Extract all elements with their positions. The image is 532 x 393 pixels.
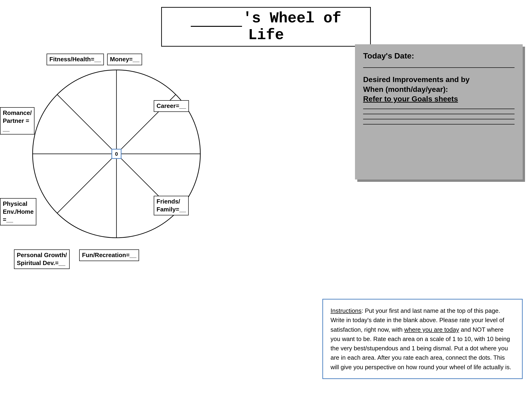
page-title: 's Wheel of Life (171, 10, 361, 44)
instructions-label: Instructions (330, 307, 362, 314)
label-friends-family: Friends/ Family=__ (154, 196, 189, 215)
improvement-line-3 (363, 119, 515, 119)
title-suffix: 's Wheel of Life (243, 10, 341, 44)
wheel-area: 0 Fitness/Health=__ Money=__ Career=__ F… (14, 47, 224, 256)
fun-recreation-text: Fun/Recreation=__ (82, 251, 136, 259)
where-today-text: where you are today (404, 326, 459, 333)
instructions-box: Instructions: Put your first and last na… (322, 299, 523, 379)
friends-family-text: Friends/ Family=__ (156, 198, 186, 213)
instructions-text: Instructions: Put your first and last na… (330, 306, 515, 372)
gray-lines-area (363, 109, 515, 124)
label-money: Money=__ (107, 54, 142, 65)
date-line (363, 67, 515, 68)
label-career: Career=__ (154, 100, 189, 112)
center-value: 0 (115, 151, 118, 157)
fitness-health-text: Fitness/Health=__ (49, 56, 101, 63)
career-text: Career=__ (156, 102, 186, 109)
personal-growth-text: Personal Growth/ Spiritual Dev.=__ (17, 251, 67, 266)
todays-date-label: Today's Date: (363, 51, 515, 60)
label-romance: Romance/ Partner = __ (0, 107, 34, 134)
improvement-line-1 (363, 109, 515, 109)
label-fun-recreation: Fun/Recreation=__ (79, 249, 139, 261)
romance-text: Romance/ Partner = __ (3, 109, 32, 132)
label-personal-growth: Personal Growth/ Spiritual Dev.=__ (14, 249, 70, 269)
physical-env-text: Physical Env./Home =__ (3, 200, 34, 223)
improvement-line-2 (363, 114, 515, 114)
improvement-line-4 (363, 124, 515, 124)
name-underline (191, 26, 242, 27)
desired-improvements-label: Desired Improvements and byWhen (month/d… (363, 75, 515, 104)
label-fitness-health: Fitness/Health=__ (47, 54, 104, 65)
wheel-svg: 0 (28, 65, 205, 242)
money-text: Money=__ (110, 56, 139, 63)
right-panel: Today's Date: Desired Improvements and b… (355, 44, 523, 179)
label-physical-env: Physical Env./Home =__ (0, 198, 36, 225)
goals-ref-text: Refer to your Goals sheets (363, 95, 458, 103)
gray-box: Today's Date: Desired Improvements and b… (355, 44, 523, 179)
title-box: 's Wheel of Life (161, 7, 371, 47)
